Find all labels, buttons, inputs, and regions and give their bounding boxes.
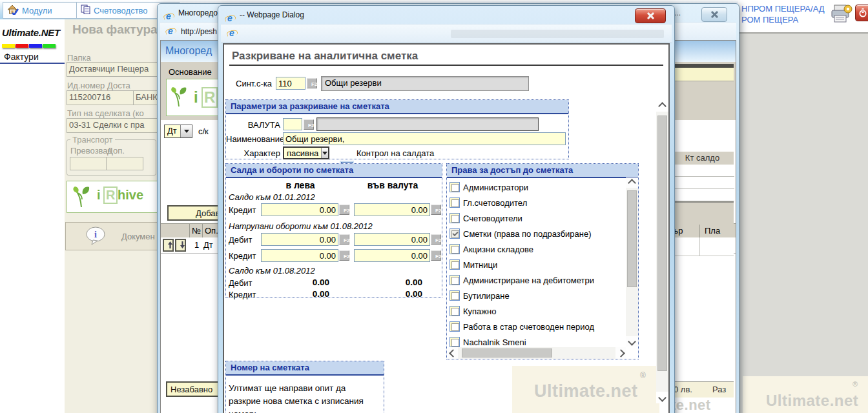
name-input[interactable]	[283, 132, 566, 145]
f2-button[interactable]: F2	[431, 205, 441, 215]
dt-select[interactable]: Дт	[164, 125, 192, 138]
scroll-up-button[interactable]	[626, 177, 638, 188]
f2-button[interactable]: F2	[431, 234, 441, 245]
rights-item[interactable]: Сметки (права по подразбиране)	[450, 228, 460, 241]
scroll-down-button[interactable]	[626, 336, 638, 347]
scroll-right-button[interactable]	[615, 347, 626, 359]
column-header-lv: в лева	[261, 180, 340, 190]
f2-button[interactable]: F2	[339, 234, 349, 245]
credit-lv-input2[interactable]	[261, 249, 338, 262]
supplier-label: Доста	[107, 81, 130, 90]
rights-item[interactable]: Работа в стар счетоводен период	[450, 321, 460, 334]
base-label: Основание	[169, 67, 212, 77]
rights-item[interactable]: Счетоводители	[450, 213, 460, 225]
rights-checkbox[interactable]	[450, 197, 460, 208]
folder-field[interactable]: Доставчици Пещера	[67, 62, 157, 77]
scrollbar-thumb[interactable]	[657, 116, 667, 371]
mid-fragment-rows	[671, 165, 734, 201]
rights-item[interactable]: Купажно	[450, 306, 460, 318]
dialog-address-bar[interactable]	[221, 24, 672, 43]
document-info-bar[interactable]: i Докумен	[65, 222, 157, 250]
document-info-text: Докумен	[121, 232, 155, 241]
currency-f2-button[interactable]: F2	[304, 119, 314, 130]
sidebar-item-invoices[interactable]: Фактури	[4, 52, 39, 62]
irhive-logo-small: i R	[166, 79, 219, 116]
scroll-up-button[interactable]	[656, 100, 668, 112]
rights-section-header: Права за достъп до сметката	[447, 164, 638, 178]
rights-label: Митници	[463, 260, 497, 270]
rights-checkbox[interactable]	[450, 228, 460, 239]
f2-button[interactable]: F2	[339, 205, 349, 215]
scrollbar-thumb[interactable]	[627, 190, 637, 287]
character-select-value: пасивна	[284, 148, 321, 158]
rights-checkbox[interactable]	[450, 321, 460, 332]
mid-close-button[interactable]	[701, 7, 727, 22]
rights-horizontal-scrollbar[interactable]	[448, 347, 626, 359]
mid-fragment-yellowrow	[671, 68, 734, 81]
svg-text:i: i	[94, 230, 97, 239]
rights-item[interactable]: Администратори	[450, 182, 460, 194]
f2-button[interactable]: F2	[431, 250, 441, 261]
rights-item[interactable]: Гл.счетоводител	[450, 197, 460, 210]
character-select[interactable]: пасивна	[283, 146, 329, 159]
rights-checkbox[interactable]	[450, 306, 460, 316]
grid-row-op: Дт	[203, 240, 213, 250]
arrow-up-icon[interactable]	[163, 239, 174, 252]
chevron-down-icon	[321, 148, 328, 158]
power-icon[interactable]	[855, 5, 868, 21]
carrier-field[interactable]	[70, 157, 107, 170]
debit-fx-input[interactable]	[354, 233, 430, 246]
rights-label: Гл.счетоводител	[463, 198, 527, 208]
rights-checkbox[interactable]	[450, 213, 460, 223]
scroll-left-button[interactable]	[448, 347, 458, 359]
rights-checkbox[interactable]	[450, 290, 460, 301]
balances-section: Салда и обороти по сметката в лева във в…	[225, 163, 442, 297]
rights-item[interactable]: Администриране на дебитометри	[450, 275, 460, 287]
mid-dialog-title: Многоредо	[178, 8, 218, 17]
rights-checkbox[interactable]	[450, 244, 460, 254]
scroll-down-button[interactable]	[656, 392, 668, 403]
webpage-dialog-window: -- Webpage Dialog Разкриване на аналитич…	[218, 5, 675, 413]
f2-button[interactable]: F2	[339, 250, 349, 261]
column-header-fx: във валута	[354, 180, 431, 190]
dialog-vertical-scrollbar[interactable]	[656, 100, 668, 403]
static-credit-fx: 0.00	[354, 289, 422, 299]
rights-checkbox[interactable]	[450, 337, 460, 347]
company-name-line2: РОМ ПЕЩЕРА	[741, 15, 798, 25]
rights-label: Бутилиране	[463, 291, 510, 301]
deal-type-field[interactable]: 03-31 Сделки с пра	[67, 118, 157, 133]
mid-fragment-amount-row: 0 лв. Раз	[671, 381, 734, 398]
rights-item[interactable]: Акцизни складове	[450, 244, 460, 256]
grid-row-number: 1	[194, 240, 199, 250]
rights-label: Администриране на дебитометри	[463, 276, 594, 285]
credit-fx-input[interactable]	[354, 203, 430, 216]
dialog-titlebar[interactable]: -- Webpage Dialog	[218, 6, 674, 24]
synth-f2-button[interactable]: F2	[307, 78, 317, 88]
credit-lv-input[interactable]	[261, 203, 338, 216]
rights-vertical-scrollbar[interactable]	[626, 177, 638, 347]
irhive-text-rest: hive	[118, 188, 143, 203]
rights-item[interactable]: Митници	[450, 259, 460, 272]
internet-explorer-icon	[163, 12, 174, 22]
params-section: Параметри за разкриване на сметката ВАЛУ…	[225, 99, 569, 159]
rights-label: Работа в стар счетоводен период	[463, 322, 594, 332]
arrow-down-icon[interactable]	[175, 239, 186, 252]
extra-label: Доп.	[107, 146, 125, 156]
scrollbar-thumb[interactable]	[462, 348, 552, 358]
extra-field[interactable]	[106, 157, 143, 170]
dialog-close-button[interactable]	[635, 8, 666, 23]
synth-account-input[interactable]	[276, 77, 305, 90]
rights-checkbox[interactable]	[450, 259, 460, 270]
credit-fx-input2[interactable]	[354, 249, 430, 262]
dialog-heading: Разкриване на аналитична сметка	[232, 50, 418, 63]
debit-lv-input[interactable]	[261, 233, 338, 246]
id-number-field[interactable]: 115200716	[67, 90, 135, 105]
rights-checkbox[interactable]	[450, 182, 460, 192]
invoice-form: Нова фактура Папка Доставчици Пещера Ид.…	[65, 19, 157, 413]
breadcrumb-label: Счетоводство	[94, 6, 148, 15]
rights-item[interactable]: Бутилиране	[450, 290, 460, 303]
printer-icon[interactable]	[830, 4, 853, 26]
rights-checkbox[interactable]	[450, 275, 460, 285]
currency-input[interactable]	[283, 118, 302, 130]
supplier-field[interactable]: БАНК	[133, 90, 157, 105]
